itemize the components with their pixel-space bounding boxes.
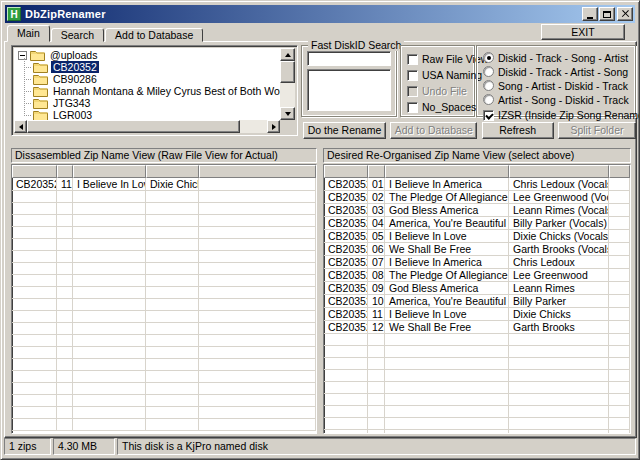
radio-label: Diskid - Track - Song - Artist [498, 52, 628, 64]
cell-song: America, You're Beautiful To Me [385, 217, 509, 230]
maximize-button[interactable] [599, 7, 615, 21]
table-row[interactable]: CB20352 10 America, You're Beautiful To … [324, 295, 630, 308]
empty-row [12, 311, 316, 323]
table-row[interactable]: CB20352 11 I Believe In Love Dixie Chick… [324, 308, 630, 321]
checkbox-icon [407, 102, 418, 113]
header-cell[interactable] [509, 165, 609, 178]
cell-song: God Bless America [385, 204, 509, 217]
empty-row [12, 215, 316, 227]
empty-row [12, 299, 316, 311]
cell-track: 06 [368, 243, 385, 256]
cell-extra [609, 191, 630, 204]
header-cell[interactable] [146, 165, 199, 178]
minimize-button[interactable] [582, 7, 598, 21]
scroll-left-button[interactable] [14, 120, 27, 133]
header-cell[interactable] [324, 165, 368, 178]
radio-row[interactable]: Diskid - Track - Artist - Song [483, 65, 635, 78]
maximize-icon [603, 11, 611, 18]
table-row[interactable]: CB20352 03 God Bless America Leann Rimes… [324, 204, 630, 217]
header-cell[interactable] [12, 165, 57, 178]
table-row[interactable]: CB20352 01 I Believe In America Chris Le… [324, 178, 630, 191]
cell-artist: Leann Rimes [509, 282, 609, 295]
arrow-up-icon [285, 50, 291, 57]
minimize-icon [587, 17, 593, 19]
table-row[interactable]: CB20352 09 God Bless America Leann Rimes [324, 282, 630, 295]
close-button[interactable] [617, 7, 633, 21]
scroll-down-button[interactable] [280, 107, 295, 120]
table-row[interactable]: CB20352 05 I Believe In Love Dixie Chick… [324, 230, 630, 243]
arrow-right-icon [272, 124, 279, 130]
tab[interactable]: Main [7, 25, 50, 42]
tree-item[interactable]: CB20352 [16, 61, 280, 73]
cell-artist: Lee Greenwood [509, 269, 609, 282]
empty-row [324, 358, 630, 370]
tree-connector [24, 115, 31, 116]
cell-artist: Dixie Chicks (Vocals) [509, 230, 609, 243]
action-button-row: Do the Rename Add to Database Refresh Sp… [303, 122, 636, 139]
cell-track: 04 [368, 217, 385, 230]
izsr-checkbox-row[interactable]: IZSR (Inside Zip Song Rename) [483, 108, 635, 122]
header-cell[interactable] [73, 165, 146, 178]
checkbox-row[interactable]: Undo File [407, 84, 474, 98]
folder-icon [33, 61, 48, 73]
tree-children: CB20352 CB90286 Hannah Montana & Miley C… [16, 61, 280, 120]
tree-connector [24, 91, 31, 92]
header-cell[interactable] [609, 165, 630, 178]
checkbox-row[interactable]: Raw File View [407, 52, 474, 66]
fast-diskid-search-input[interactable] [307, 51, 391, 66]
action-button[interactable]: Split Folder [558, 122, 636, 139]
table-row[interactable]: CB20352 12 We Shall Be Free Garth Brooks [324, 321, 630, 334]
cell-extra [609, 230, 630, 243]
table-row[interactable]: CB20352 11 I Believe In Love Dixie Chick… [12, 178, 316, 191]
tab[interactable]: Add to Database [105, 28, 203, 42]
table-row[interactable]: CB20352 07 I Believe In America Chris Le… [324, 256, 630, 269]
cell-song: We Shall Be Free [385, 321, 509, 334]
action-button[interactable]: Refresh [482, 122, 554, 139]
table-row[interactable]: CB20352 08 The Pledge Of Allegiance Lee … [324, 269, 630, 282]
tree-horizontal-scrollbar[interactable] [14, 120, 280, 133]
tree-item[interactable]: Hannah Montana & Miley Cyrus Best of Bot… [16, 85, 280, 97]
tree-root[interactable]: @uploads [16, 49, 280, 61]
table-row[interactable]: CB20352 06 We Shall Be Free Garth Brooks… [324, 243, 630, 256]
tree-root-label: @uploads [48, 49, 99, 61]
main-tab-page: @uploads CB20352 CB90286 [4, 41, 637, 438]
folder-tree: @uploads CB20352 CB90286 [11, 45, 298, 136]
action-button[interactable]: Add to Database [390, 122, 477, 139]
cell-diskid: CB20352 [324, 243, 368, 256]
cell-song: I Believe In Love [385, 230, 509, 243]
table-row[interactable]: CB20352 04 America, You're Beautiful To … [324, 217, 630, 230]
header-cell[interactable] [57, 165, 73, 178]
exit-button[interactable]: EXIT [541, 24, 625, 40]
checkbox-row[interactable]: USA Naming [407, 68, 474, 82]
cell-song: I Believe In Love [385, 308, 509, 321]
fast-diskid-search-list[interactable] [307, 69, 391, 111]
checkbox-row[interactable]: No_Spaces [407, 100, 474, 114]
table-header-row [324, 165, 630, 178]
tree-item[interactable]: JTG343 [16, 97, 280, 109]
radio-row[interactable]: Artist - Song - Diskid - Track [483, 93, 635, 106]
tab[interactable]: Search [51, 28, 104, 42]
action-button[interactable]: Do the Rename [303, 122, 386, 139]
radio-label: Song - Artist - Diskid - Track [498, 80, 628, 92]
header-cell[interactable] [199, 165, 316, 178]
cell-song: I Believe In America [385, 178, 509, 191]
scroll-right-button[interactable] [267, 120, 280, 133]
collapse-icon[interactable] [18, 51, 27, 60]
cell-diskid: CB20352 [324, 295, 368, 308]
radio-row[interactable]: Song - Artist - Diskid - Track [483, 79, 635, 92]
empty-row [12, 263, 316, 275]
tree-vertical-scrollbar[interactable] [280, 48, 295, 120]
header-cell[interactable] [385, 165, 509, 178]
scroll-thumb[interactable] [27, 120, 240, 133]
tree-item-label: CB90286 [51, 73, 99, 85]
cell-extra [609, 321, 630, 334]
folder-tree-view[interactable]: @uploads CB20352 CB90286 [14, 48, 280, 120]
tree-item[interactable]: CB90286 [16, 73, 280, 85]
scroll-up-button[interactable] [280, 48, 295, 61]
header-cell[interactable] [368, 165, 385, 178]
scroll-thumb[interactable] [280, 61, 295, 83]
radio-row[interactable]: Diskid - Track - Song - Artist [483, 51, 635, 64]
table-row[interactable]: CB20352 02 The Pledge Of Allegiance Lee … [324, 191, 630, 204]
tree-item[interactable]: LGR003 [16, 109, 280, 120]
folder-icon [33, 73, 48, 85]
